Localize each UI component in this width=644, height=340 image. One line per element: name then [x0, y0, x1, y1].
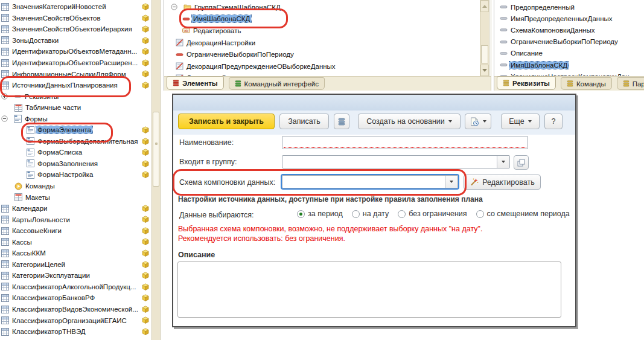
tree-item-komandy[interactable]: Команды	[0, 181, 151, 192]
tree-item[interactable]: КатегорииЭксплуатации	[0, 270, 151, 281]
tree-item[interactable]: Кассы	[0, 236, 151, 248]
radio-icon	[297, 210, 305, 218]
tree-item-formy[interactable]: Формы	[0, 113, 151, 124]
tree-item[interactable]: ЗначенияСвойствОбъектовИерархия	[0, 24, 151, 35]
element-field[interactable]: ОграничениеВыборкиПоПериоду	[164, 48, 481, 60]
tree-item[interactable]: ЗначенияСвойствОбъектов	[0, 13, 151, 24]
scheme-input[interactable]	[282, 175, 458, 188]
tree-item[interactable]: ФормаВыбораДополнительная	[0, 136, 151, 147]
more-button[interactable]: Еще	[501, 114, 540, 129]
tree-item[interactable]: ИнформационныеСсылкиДляФорм	[0, 68, 151, 80]
tree-item[interactable]: КассыККМ	[0, 248, 151, 259]
element-redaktirovat[interactable]: Редактировать	[164, 25, 481, 37]
tree-item-rekvizity[interactable]: Реквизиты	[0, 91, 151, 102]
element-decoration[interactable]: ДекорацияНастройки	[164, 37, 481, 49]
attribute-item[interactable]: ИмяПредопределенныхДанных	[494, 13, 644, 24]
tree-item[interactable]: КлассификаторОрганизацийЕГАИС	[0, 315, 151, 326]
scrollbar-thumb[interactable]	[153, 112, 159, 187]
element-group[interactable]: ГруппаСхемаШаблонаСКД	[164, 1, 481, 13]
down-arrow-icon	[482, 69, 487, 72]
name-input[interactable]	[282, 136, 528, 149]
help-button[interactable]: ?	[544, 114, 563, 129]
tree-item[interactable]: КлассификаторАлкогольнойПродукц...	[0, 281, 151, 293]
tree-item[interactable]: КатегорииЦелей	[0, 259, 151, 271]
tree-item[interactable]: КассовыеКниги	[0, 225, 151, 237]
scrollbar-thumb[interactable]	[481, 45, 488, 63]
left-tree-scrollbar[interactable]	[151, 0, 161, 340]
collapse-minus-icon[interactable]	[171, 4, 177, 10]
attribute-item[interactable]: Описание	[494, 48, 644, 59]
button-icon	[182, 27, 190, 34]
scroll-up-button[interactable]	[480, 1, 489, 12]
scroll-down-button[interactable]	[480, 65, 489, 76]
cube-icon	[142, 227, 149, 234]
tree-item[interactable]: КлассификаторБанковРФ	[0, 292, 151, 304]
save-close-button[interactable]: Записать и закрыть	[178, 114, 275, 129]
attribute-item[interactable]: ХранилищеНастроекКомпоновкиДан	[494, 71, 644, 76]
cube-icon	[142, 294, 149, 301]
folder-icon	[183, 3, 191, 11]
attribute-item[interactable]: ОграничениеВыборкиПоПериоду	[494, 36, 644, 48]
tree-item[interactable]: КлассификаторВидовЭкономической...	[0, 304, 151, 315]
tree-item[interactable]: ИдентификаторыОбъектовРасширен...	[0, 57, 151, 69]
tree-item-makety[interactable]: Макеты	[0, 191, 151, 203]
element-imya-shablona-skd[interactable]: ИмяШаблонаСКД	[164, 13, 481, 25]
document-clock-icon	[470, 117, 479, 126]
group-dropdown-button[interactable]	[497, 156, 509, 168]
tree-item[interactable]: ЗначенияКатегорийНовостей	[0, 1, 151, 13]
tree-item[interactable]: ЗоныДоставки	[0, 35, 151, 47]
save-button[interactable]: Записать	[279, 114, 329, 129]
reports-button[interactable]	[465, 114, 491, 129]
scheme-dropdown-button[interactable]	[445, 176, 457, 188]
radio-so-smescheniem[interactable]: со смещением периода	[476, 210, 570, 218]
tree-item[interactable]: ФормаНастройка	[0, 169, 151, 181]
radio-za-period[interactable]: за период	[297, 210, 343, 218]
form-preview-window: Записать и закрыть Записать Создать на о…	[172, 94, 576, 327]
table-icon	[1, 25, 9, 33]
tab-komandy[interactable]: Команды	[561, 77, 612, 90]
tree-item[interactable]: ФормаСписка	[0, 147, 151, 158]
bars-yellow-icon	[623, 80, 630, 87]
collapse-minus-icon[interactable]	[1, 115, 8, 122]
attribute-icon	[500, 61, 508, 69]
tree-item-istochniki-dannyh-planirovaniya[interactable]: ИсточникиДанныхПланирования	[0, 80, 151, 91]
form-icon	[27, 137, 34, 145]
attributes-panel: Предопределенный ИмяПредопределенныхДанн…	[494, 0, 644, 91]
elements-tabbar: Элементы Командный интерфейс	[164, 76, 491, 91]
table-icon	[1, 82, 9, 89]
form-elements-panel: ГруппаСхемаШаблонаСКД ИмяШаблонаСКД Реда…	[164, 0, 491, 91]
expand-plus-icon[interactable]	[1, 93, 8, 100]
tabular-sections-icon	[14, 104, 22, 112]
table-icon	[1, 249, 9, 257]
radio-na-datu[interactable]: на дату	[352, 210, 389, 218]
tree-item-forma-elementa[interactable]: ФормаЭлемента	[0, 124, 151, 136]
tab-komandnyj-interfejs[interactable]: Командный интерфейс	[229, 77, 325, 90]
tab-rekvizity[interactable]: Реквизиты	[497, 76, 556, 90]
radio-bez-ogranicheniya[interactable]: без ограничения	[398, 210, 467, 218]
templates-icon	[14, 193, 22, 201]
cube-icon	[142, 160, 149, 167]
tree-item[interactable]: КлассификаторТНВЭД	[0, 326, 151, 338]
tab-parametry[interactable]: Парам	[617, 77, 644, 90]
tree-item[interactable]: КартыЛояльности	[0, 214, 151, 225]
tab-elementy[interactable]: Элементы	[167, 76, 224, 90]
form-icon	[27, 126, 34, 134]
group-input[interactable]	[282, 155, 510, 168]
cube-icon	[142, 171, 149, 178]
tree-item[interactable]: ИдентификаторыОбъектовМетаданн...	[0, 46, 151, 57]
element-decoration[interactable]: ДекорацияПредупреждениеОВыборкеДанных	[164, 60, 481, 72]
description-textarea[interactable]	[177, 261, 561, 318]
show-movements-button[interactable]	[334, 114, 349, 129]
tree-item[interactable]: ФормаЗаполнения	[0, 158, 151, 170]
attribute-icon	[14, 92, 22, 100]
attribute-item[interactable]: СхемаКомпоновкиДанных	[494, 24, 644, 36]
tree-item-tablichnye-chasti[interactable]: Табличные части	[0, 102, 151, 114]
create-based-on-button[interactable]: Создать на основании	[358, 114, 461, 129]
elements-scrollbar[interactable]	[480, 0, 489, 77]
attribute-item-imya-shablona-skd[interactable]: ИмяШаблонаСКД	[494, 59, 644, 71]
attribute-item[interactable]: Предопределенный	[494, 1, 644, 13]
edit-scheme-button[interactable]: Редактировать	[464, 175, 541, 190]
bars-yellow-icon	[503, 80, 509, 86]
group-open-button[interactable]	[514, 155, 529, 170]
tree-item[interactable]: Календари	[0, 203, 151, 214]
